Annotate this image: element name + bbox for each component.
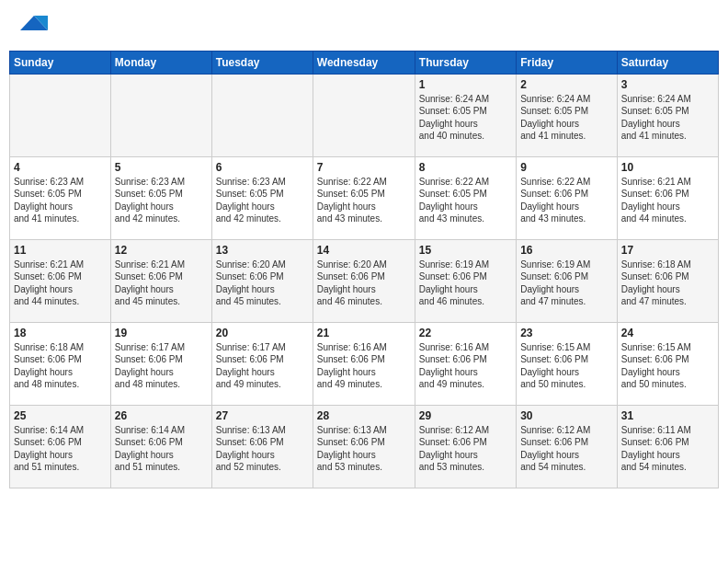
weekday-header: Tuesday xyxy=(211,51,313,74)
day-info: Sunrise: 6:18 AMSunset: 6:06 PMDaylight … xyxy=(621,259,714,308)
day-info: Sunrise: 6:19 AMSunset: 6:06 PMDaylight … xyxy=(419,259,512,308)
day-info: Sunrise: 6:19 AMSunset: 6:06 PMDaylight … xyxy=(520,259,613,308)
calendar-cell xyxy=(110,74,211,156)
day-number: 18 xyxy=(14,327,107,339)
day-number: 22 xyxy=(419,327,512,339)
day-number: 7 xyxy=(317,161,411,174)
calendar-cell: 19Sunrise: 6:17 AMSunset: 6:06 PMDayligh… xyxy=(110,322,211,405)
calendar-cell: 1Sunrise: 6:24 AMSunset: 6:05 PMDaylight… xyxy=(415,74,516,156)
day-number: 12 xyxy=(115,244,208,257)
weekday-header: Thursday xyxy=(415,51,516,74)
calendar-cell: 20Sunrise: 6:17 AMSunset: 6:06 PMDayligh… xyxy=(211,322,313,405)
calendar-cell: 15Sunrise: 6:19 AMSunset: 6:06 PMDayligh… xyxy=(415,239,516,322)
day-number: 26 xyxy=(115,409,208,422)
day-number: 11 xyxy=(14,244,107,257)
calendar-cell: 5Sunrise: 6:23 AMSunset: 6:05 PMDaylight… xyxy=(110,156,211,239)
calendar-cell: 7Sunrise: 6:22 AMSunset: 6:05 PMDaylight… xyxy=(313,156,415,239)
calendar-cell xyxy=(10,74,111,156)
calendar-cell: 10Sunrise: 6:21 AMSunset: 6:06 PMDayligh… xyxy=(617,156,718,239)
day-number: 1 xyxy=(419,78,512,91)
calendar-cell: 28Sunrise: 6:13 AMSunset: 6:06 PMDayligh… xyxy=(313,405,415,488)
calendar-cell: 16Sunrise: 6:19 AMSunset: 6:06 PMDayligh… xyxy=(517,239,618,322)
calendar-cell: 31Sunrise: 6:11 AMSunset: 6:06 PMDayligh… xyxy=(617,405,718,488)
day-number: 6 xyxy=(216,161,309,174)
day-info: Sunrise: 6:13 AMSunset: 6:06 PMDaylight … xyxy=(317,424,411,474)
day-number: 15 xyxy=(419,244,512,257)
day-number: 23 xyxy=(520,327,613,339)
calendar-cell: 12Sunrise: 6:21 AMSunset: 6:06 PMDayligh… xyxy=(110,239,211,322)
day-number: 29 xyxy=(419,409,512,422)
calendar-cell: 29Sunrise: 6:12 AMSunset: 6:06 PMDayligh… xyxy=(415,405,516,488)
calendar-cell: 26Sunrise: 6:14 AMSunset: 6:06 PMDayligh… xyxy=(110,405,211,488)
day-number: 19 xyxy=(115,327,208,339)
calendar-cell: 14Sunrise: 6:20 AMSunset: 6:06 PMDayligh… xyxy=(313,239,415,322)
day-number: 27 xyxy=(216,409,309,422)
day-number: 14 xyxy=(317,244,411,257)
day-info: Sunrise: 6:18 AMSunset: 6:06 PMDaylight … xyxy=(14,341,107,391)
day-number: 17 xyxy=(621,244,714,257)
day-number: 16 xyxy=(520,244,613,257)
day-info: Sunrise: 6:15 AMSunset: 6:06 PMDaylight … xyxy=(621,341,714,391)
day-info: Sunrise: 6:15 AMSunset: 6:06 PMDaylight … xyxy=(520,341,613,391)
weekday-header: Saturday xyxy=(617,51,718,74)
calendar-cell: 18Sunrise: 6:18 AMSunset: 6:06 PMDayligh… xyxy=(10,322,111,405)
calendar-week-row: 18Sunrise: 6:18 AMSunset: 6:06 PMDayligh… xyxy=(10,322,719,405)
day-number: 10 xyxy=(621,161,714,174)
day-number: 9 xyxy=(520,161,613,174)
day-info: Sunrise: 6:17 AMSunset: 6:06 PMDaylight … xyxy=(115,341,208,391)
calendar-cell xyxy=(211,74,313,156)
day-number: 25 xyxy=(14,409,107,422)
day-info: Sunrise: 6:21 AMSunset: 6:06 PMDaylight … xyxy=(14,259,107,308)
day-info: Sunrise: 6:21 AMSunset: 6:06 PMDaylight … xyxy=(621,176,714,225)
day-number: 5 xyxy=(115,161,208,174)
day-info: Sunrise: 6:22 AMSunset: 6:06 PMDaylight … xyxy=(520,176,613,225)
day-info: Sunrise: 6:20 AMSunset: 6:06 PMDaylight … xyxy=(317,259,411,308)
calendar-cell: 17Sunrise: 6:18 AMSunset: 6:06 PMDayligh… xyxy=(617,239,718,322)
day-info: Sunrise: 6:12 AMSunset: 6:06 PMDaylight … xyxy=(520,424,613,474)
calendar-week-row: 25Sunrise: 6:14 AMSunset: 6:06 PMDayligh… xyxy=(10,405,719,488)
day-info: Sunrise: 6:23 AMSunset: 6:05 PMDaylight … xyxy=(115,176,208,225)
day-info: Sunrise: 6:11 AMSunset: 6:06 PMDaylight … xyxy=(621,424,714,474)
calendar-week-row: 1Sunrise: 6:24 AMSunset: 6:05 PMDaylight… xyxy=(10,74,719,156)
logo xyxy=(18,14,48,39)
calendar-cell: 11Sunrise: 6:21 AMSunset: 6:06 PMDayligh… xyxy=(10,239,111,322)
calendar-table: SundayMondayTuesdayWednesdayThursdayFrid… xyxy=(9,51,719,488)
calendar-cell: 25Sunrise: 6:14 AMSunset: 6:06 PMDayligh… xyxy=(10,405,111,488)
day-info: Sunrise: 6:20 AMSunset: 6:06 PMDaylight … xyxy=(216,259,309,308)
day-info: Sunrise: 6:14 AMSunset: 6:06 PMDaylight … xyxy=(14,424,107,474)
logo-icon xyxy=(20,12,48,34)
day-number: 3 xyxy=(621,78,714,91)
day-number: 8 xyxy=(419,161,512,174)
day-info: Sunrise: 6:14 AMSunset: 6:06 PMDaylight … xyxy=(115,424,208,474)
day-info: Sunrise: 6:16 AMSunset: 6:06 PMDaylight … xyxy=(419,341,512,391)
calendar-cell: 23Sunrise: 6:15 AMSunset: 6:06 PMDayligh… xyxy=(517,322,618,405)
calendar-cell: 13Sunrise: 6:20 AMSunset: 6:06 PMDayligh… xyxy=(211,239,313,322)
weekday-header: Friday xyxy=(517,51,618,74)
day-info: Sunrise: 6:22 AMSunset: 6:05 PMDaylight … xyxy=(317,176,411,225)
calendar-cell: 6Sunrise: 6:23 AMSunset: 6:05 PMDaylight… xyxy=(211,156,313,239)
calendar-cell: 4Sunrise: 6:23 AMSunset: 6:05 PMDaylight… xyxy=(10,156,111,239)
day-info: Sunrise: 6:21 AMSunset: 6:06 PMDaylight … xyxy=(115,259,208,308)
calendar-cell: 8Sunrise: 6:22 AMSunset: 6:05 PMDaylight… xyxy=(415,156,516,239)
weekday-header: Monday xyxy=(110,51,211,74)
day-info: Sunrise: 6:16 AMSunset: 6:06 PMDaylight … xyxy=(317,341,411,391)
day-info: Sunrise: 6:13 AMSunset: 6:06 PMDaylight … xyxy=(216,424,309,474)
day-number: 24 xyxy=(621,327,714,339)
day-info: Sunrise: 6:23 AMSunset: 6:05 PMDaylight … xyxy=(14,176,107,225)
weekday-header: Wednesday xyxy=(313,51,415,74)
day-number: 21 xyxy=(317,327,411,339)
calendar-cell: 24Sunrise: 6:15 AMSunset: 6:06 PMDayligh… xyxy=(617,322,718,405)
page-header xyxy=(9,9,719,43)
day-info: Sunrise: 6:12 AMSunset: 6:06 PMDaylight … xyxy=(419,424,512,474)
calendar-cell: 22Sunrise: 6:16 AMSunset: 6:06 PMDayligh… xyxy=(415,322,516,405)
day-info: Sunrise: 6:24 AMSunset: 6:05 PMDaylight … xyxy=(520,93,613,143)
calendar-cell: 21Sunrise: 6:16 AMSunset: 6:06 PMDayligh… xyxy=(313,322,415,405)
day-number: 31 xyxy=(621,409,714,422)
day-number: 30 xyxy=(520,409,613,422)
day-number: 2 xyxy=(520,78,613,91)
calendar-cell: 3Sunrise: 6:24 AMSunset: 6:05 PMDaylight… xyxy=(617,74,718,156)
day-info: Sunrise: 6:24 AMSunset: 6:05 PMDaylight … xyxy=(621,93,714,143)
calendar-cell: 9Sunrise: 6:22 AMSunset: 6:06 PMDaylight… xyxy=(517,156,618,239)
day-number: 20 xyxy=(216,327,309,339)
calendar-cell: 2Sunrise: 6:24 AMSunset: 6:05 PMDaylight… xyxy=(517,74,618,156)
